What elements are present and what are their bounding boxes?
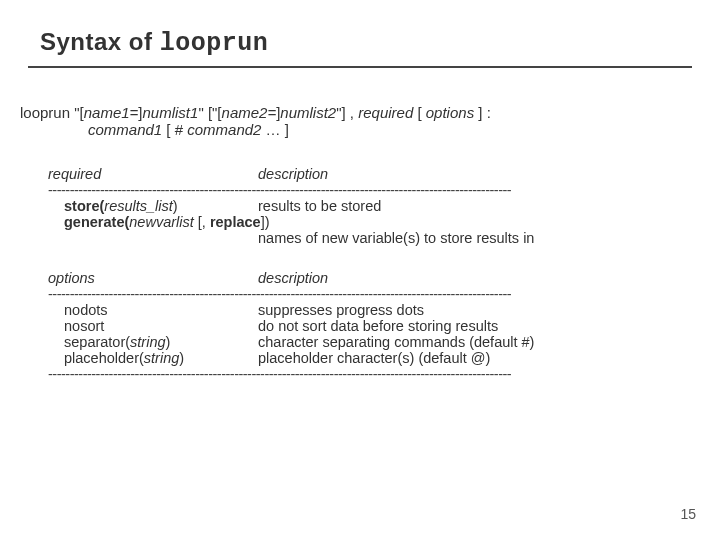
divider-dashes: ----------------------------------------… xyxy=(48,366,698,382)
tok: … ] xyxy=(261,121,289,138)
divider-dashes: ----------------------------------------… xyxy=(48,182,698,198)
tok: " xyxy=(198,104,208,121)
syntax-line-2: command1 [ # command2 … ] xyxy=(88,121,692,138)
tok: ]) xyxy=(261,214,270,230)
tok: [, xyxy=(194,214,210,230)
tok: options xyxy=(426,104,474,121)
option-name: nodots xyxy=(64,302,258,318)
tok: replace xyxy=(210,214,261,230)
title-rule xyxy=(28,66,692,68)
option-name: nosort xyxy=(64,318,258,334)
table-row: generate(newvarlist [, replace]) xyxy=(64,214,692,230)
tok: newvarlist xyxy=(129,214,193,230)
header-right: description xyxy=(258,270,328,286)
page-number: 15 xyxy=(680,506,696,522)
divider-dashes: ----------------------------------------… xyxy=(48,286,698,302)
option-desc: do not sort data before storing results xyxy=(258,318,498,334)
tok: string xyxy=(130,334,165,350)
option-name: placeholder(string) xyxy=(64,350,258,366)
tok: generate( xyxy=(64,214,129,230)
tok: [ xyxy=(413,104,426,121)
tok: ] : xyxy=(474,104,491,121)
tok: [ # xyxy=(162,121,187,138)
tok: name2= xyxy=(222,104,277,121)
syntax-line: looprun "[name1=]numlist1" ["[name2=]num… xyxy=(20,104,692,138)
tok: store( xyxy=(64,198,104,214)
tok: ) xyxy=(173,198,178,214)
tok: ) xyxy=(179,350,184,366)
tok: required xyxy=(358,104,413,121)
header-left: required xyxy=(48,166,258,182)
option-desc: names of new variable(s) to store result… xyxy=(258,230,692,246)
table-row: separator(string) character separating c… xyxy=(64,334,692,350)
options-block: options description --------------------… xyxy=(48,270,692,382)
option-name: store(results_list) xyxy=(64,198,258,214)
tok: ) xyxy=(166,334,171,350)
title-text: Syntax of xyxy=(40,28,160,55)
table-header: options description xyxy=(48,270,692,286)
tok: command1 xyxy=(88,121,162,138)
table-row: nosort do not sort data before storing r… xyxy=(64,318,692,334)
header-left: options xyxy=(48,270,258,286)
tok: command2 xyxy=(187,121,261,138)
table-row: store(results_list) results to be stored xyxy=(64,198,692,214)
tok: looprun xyxy=(20,104,74,121)
option-name: separator(string) xyxy=(64,334,258,350)
option-desc: results to be stored xyxy=(258,198,381,214)
tok: numlist1 xyxy=(143,104,199,121)
tok: numlist2 xyxy=(280,104,336,121)
tok: "] , xyxy=(336,104,358,121)
tok: name1= xyxy=(84,104,139,121)
table-row: placeholder(string) placeholder characte… xyxy=(64,350,692,366)
title-command: looprun xyxy=(160,29,269,58)
option-desc: suppresses progress dots xyxy=(258,302,424,318)
header-right: description xyxy=(258,166,328,182)
page-title: Syntax of looprun xyxy=(40,28,692,58)
tok: string xyxy=(144,350,179,366)
table-row: nodots suppresses progress dots xyxy=(64,302,692,318)
required-block: required description -------------------… xyxy=(48,166,692,246)
table-header: required description xyxy=(48,166,692,182)
option-desc: placeholder character(s) (default @) xyxy=(258,350,490,366)
tok: ["[ xyxy=(208,104,222,121)
tok: placeholder( xyxy=(64,350,144,366)
tok: "[ xyxy=(74,104,84,121)
tok: results_list xyxy=(104,198,173,214)
syntax-line-1: looprun "[name1=]numlist1" ["[name2=]num… xyxy=(20,104,692,121)
tok: separator( xyxy=(64,334,130,350)
option-desc: character separating commands (default #… xyxy=(258,334,534,350)
